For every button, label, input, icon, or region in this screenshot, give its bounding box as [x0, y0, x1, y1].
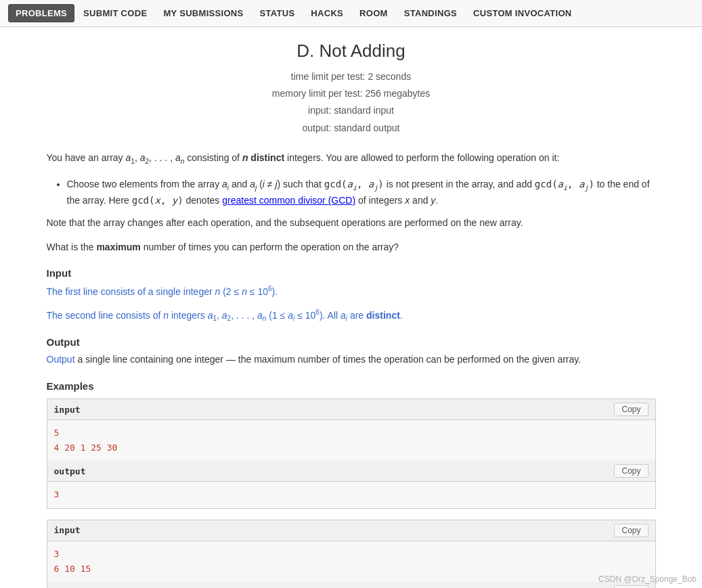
problem-statement-3: What is the maximum number of times you … — [47, 240, 656, 254]
example-1-input-body: 5 4 20 1 25 30 — [47, 420, 655, 461]
example-2-input-line2: 6 10 15 — [54, 562, 649, 576]
input-type: input: standard input — [47, 102, 656, 119]
example-1-output-copy-button[interactable]: Copy — [614, 464, 648, 478]
watermark: CSDN @Orz_Sponge_Bob — [598, 574, 697, 584]
nav-item-my-submissions[interactable]: MY SUBMISSIONS — [156, 4, 250, 22]
example-2-input-copy-button[interactable]: Copy — [614, 524, 648, 537]
output-type: output: standard output — [47, 120, 656, 137]
example-2-output-copy-button[interactable]: Copy — [614, 585, 648, 588]
problem-title: D. Not Adding — [47, 41, 656, 62]
main-content: D. Not Adding time limit per test: 2 sec… — [20, 27, 683, 588]
example-2-input-label: input — [54, 525, 81, 535]
example-2-input-header: input Copy — [47, 520, 655, 541]
input-section-content-2: The second line consists of n integers a… — [47, 307, 656, 324]
example-1-input-copy-button[interactable]: Copy — [614, 403, 648, 416]
nav-item-room[interactable]: ROOM — [352, 4, 395, 22]
memory-limit: memory limit per test: 256 megabytes — [47, 85, 656, 102]
example-1-output-value: 3 — [54, 487, 649, 502]
example-1-input-label: input — [54, 405, 81, 415]
problem-list-item-1: Choose two elements from the array ai an… — [67, 177, 656, 208]
example-block-2: input Copy 3 6 10 15 output Copy 4 — [47, 520, 656, 589]
nav-item-status[interactable]: STATUS — [252, 4, 302, 22]
example-1-input-line1: 5 — [54, 426, 649, 440]
problem-statement-1: You have an array a1, a2, . . . , an con… — [47, 150, 656, 167]
input-section-content-1: The first line consists of a single inte… — [47, 283, 656, 300]
output-section-title: Output — [47, 336, 656, 348]
example-2-input-body: 3 6 10 15 — [47, 541, 655, 582]
example-1-output-body: 3 — [47, 482, 655, 507]
example-2-output-header: output Copy — [47, 582, 655, 588]
example-1-input-line2: 4 20 1 25 30 — [54, 440, 649, 455]
example-2-input-line1: 3 — [54, 547, 649, 562]
problem-statement-2: Note that the array changes after each o… — [47, 215, 656, 230]
example-1-output-label: output — [54, 466, 86, 476]
nav-item-standings[interactable]: STANDINGS — [397, 4, 464, 22]
example-1-input-header: input Copy — [47, 399, 655, 420]
nav-item-problems[interactable]: PROBLEMS — [8, 4, 74, 22]
nav-item-submit-code[interactable]: SUBMIT CODE — [76, 4, 154, 22]
problem-list: Choose two elements from the array ai an… — [67, 177, 656, 208]
input-section-title: Input — [47, 267, 656, 279]
problem-meta: time limit per test: 2 seconds memory li… — [47, 68, 656, 137]
output-section-content: Output a single line containing one inte… — [47, 352, 656, 368]
examples-title: Examples — [47, 380, 656, 392]
example-1-output-header: output Copy — [47, 461, 655, 482]
nav-item-hacks[interactable]: HACKS — [303, 4, 351, 22]
time-limit: time limit per test: 2 seconds — [47, 68, 656, 85]
nav-item-custom-invocation[interactable]: CUSTOM INVOCATION — [466, 4, 579, 22]
example-block-1: input Copy 5 4 20 1 25 30 output Copy 3 — [47, 399, 656, 508]
navbar: PROBLEMS SUBMIT CODE MY SUBMISSIONS STAT… — [0, 0, 702, 27]
gcd-link[interactable]: greatest common divisor (GCD) — [222, 195, 355, 206]
